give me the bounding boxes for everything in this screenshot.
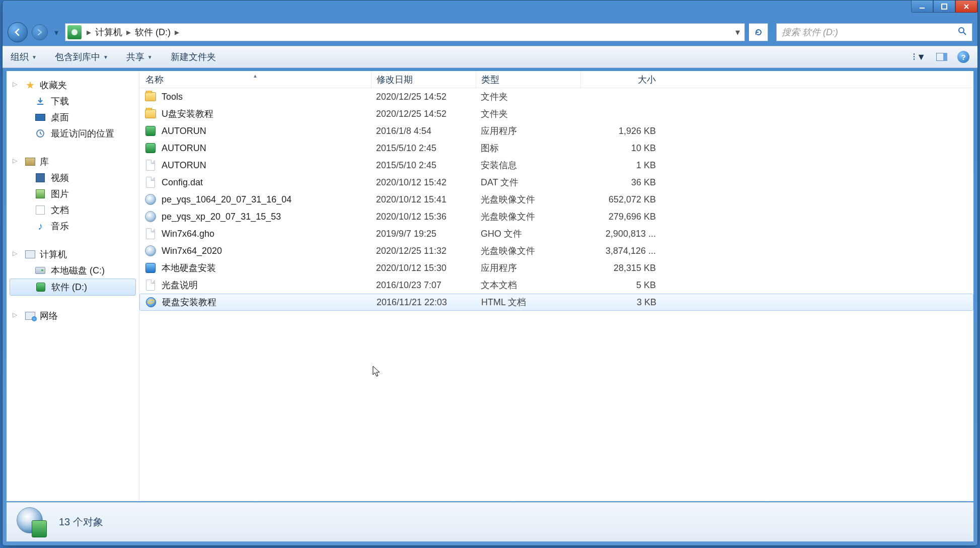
maximize-button[interactable] [933, 1, 955, 13]
titlebar[interactable] [3, 1, 977, 19]
file-type: GHO 文件 [476, 228, 580, 240]
sidebar-item-documents[interactable]: 文档 [7, 202, 139, 218]
file-row[interactable]: Config.dat2020/10/12 15:42DAT 文件36 KB [139, 174, 973, 191]
column-header-size[interactable]: 大小 [580, 71, 661, 88]
sidebar-item-music[interactable]: ♪ 音乐 [7, 218, 139, 234]
file-size: 1 KB [580, 160, 661, 171]
favorites-header[interactable]: ▷ ★ 收藏夹 [7, 77, 139, 93]
help-button[interactable]: ? [957, 51, 969, 63]
sidebar-item-drive-d[interactable]: 软件 (D:) [10, 279, 136, 296]
file-name-cell: Win7x64.gho [139, 228, 371, 240]
file-name-cell: Win7x64_2020 [139, 245, 371, 257]
collapse-icon[interactable]: ▷ [13, 311, 17, 318]
file-size: 279,696 KB [580, 212, 661, 222]
search-box[interactable]: 搜索 软件 (D:) [776, 23, 972, 41]
collapse-icon[interactable]: ▷ [13, 81, 17, 88]
file-row[interactable]: 光盘说明2016/10/23 7:07文本文档5 KB [139, 277, 973, 294]
file-type: HTML 文档 [476, 296, 581, 308]
file-type: 安装信息 [476, 159, 580, 171]
address-bar[interactable]: ▸ 计算机 ▸ 软件 (D:) ▸ ▾ [65, 23, 745, 41]
sidebar-item-label: 最近访问的位置 [51, 127, 114, 140]
file-size: 652,072 KB [580, 194, 661, 205]
file-date: 2020/10/12 15:42 [371, 177, 476, 188]
file-name: AUTORUN [162, 160, 206, 171]
preview-pane-button[interactable] [935, 50, 948, 63]
download-icon [35, 96, 46, 107]
address-dropdown-icon[interactable]: ▾ [730, 27, 744, 38]
share-menu[interactable]: 共享 ▼ [126, 51, 153, 63]
file-row[interactable]: AUTORUN2015/5/10 2:45图标10 KB [139, 140, 973, 157]
svg-rect-7 [914, 56, 915, 57]
breadcrumb-sep-icon[interactable]: ▸ [123, 27, 134, 38]
file-row[interactable]: U盘安装教程2020/12/25 14:52文件夹 [139, 105, 973, 122]
file-size: 1,926 KB [580, 126, 661, 136]
file-date: 2016/1/8 4:54 [371, 126, 476, 136]
sidebar-item-drive-c[interactable]: 本地磁盘 (C:) [7, 262, 139, 279]
file-name-cell: pe_yqs_1064_20_07_31_16_04 [139, 193, 371, 206]
file-list[interactable]: ▲ 名称 修改日期 类型 大小 Tools2020/12/25 14:52文件夹… [139, 71, 973, 501]
file-date: 2020/10/12 15:36 [371, 212, 476, 222]
disc-icon [144, 211, 157, 223]
file-row[interactable]: Win7x64_20202020/12/25 11:32光盘映像文件3,874,… [139, 242, 973, 259]
file-row[interactable]: pe_yqs_xp_20_07_31_15_532020/10/12 15:36… [139, 208, 973, 225]
file-type: 光盘映像文件 [476, 193, 580, 206]
file-row[interactable]: 硬盘安装教程2016/11/21 22:03HTML 文档3 KB [139, 294, 973, 311]
close-button[interactable] [955, 1, 977, 13]
file-date: 2020/10/12 15:41 [371, 194, 476, 205]
libraries-group: ▷ 库 视频 图片 文档 ♪ 音乐 [7, 154, 139, 234]
breadcrumb-sep-icon[interactable]: ▸ [172, 27, 182, 38]
file-type: 光盘映像文件 [476, 211, 580, 223]
file-size: 36 KB [580, 177, 661, 188]
minimize-button[interactable] [911, 1, 933, 13]
favorites-group: ▷ ★ 收藏夹 下载 桌面 最近访问的位置 [7, 77, 139, 142]
file-type: 应用程序 [476, 125, 580, 137]
computer-header[interactable]: ▷ 计算机 [7, 246, 139, 262]
refresh-button[interactable] [749, 23, 768, 41]
search-icon[interactable] [958, 27, 967, 38]
breadcrumb-drive[interactable]: 软件 (D:) [134, 26, 172, 38]
column-header-name[interactable]: ▲ 名称 [139, 74, 371, 86]
sidebar-item-label: 本地磁盘 (C:) [51, 264, 105, 277]
libraries-header[interactable]: ▷ 库 [7, 154, 139, 170]
view-mode-button[interactable]: ▼ [913, 50, 926, 63]
collapse-icon[interactable]: ▷ [13, 157, 17, 164]
collapse-icon[interactable]: ▷ [13, 250, 17, 257]
file-name-cell: AUTORUN [139, 159, 371, 171]
file-name: pe_yqs_xp_20_07_31_15_53 [162, 212, 281, 222]
column-header-date[interactable]: 修改日期 [371, 71, 476, 88]
new-folder-button[interactable]: 新建文件夹 [171, 51, 216, 63]
file-name: 光盘说明 [162, 279, 198, 291]
sidebar-item-recent[interactable]: 最近访问的位置 [7, 125, 139, 142]
include-in-library-menu[interactable]: 包含到库中 ▼ [55, 51, 108, 63]
sidebar-item-videos[interactable]: 视频 [7, 170, 139, 186]
command-bar: 组织 ▼ 包含到库中 ▼ 共享 ▼ 新建文件夹 ▼ [3, 46, 977, 68]
file-rows: Tools2020/12/25 14:52文件夹U盘安装教程2020/12/25… [139, 88, 973, 311]
file-row[interactable]: Win7x64.gho2019/9/7 19:25GHO 文件2,900,813… [139, 225, 973, 242]
app-icon [144, 125, 157, 137]
forward-button[interactable] [32, 24, 48, 40]
navigation-pane[interactable]: ▷ ★ 收藏夹 下载 桌面 最近访问的位置 [7, 71, 139, 501]
chevron-down-icon: ▼ [147, 54, 153, 60]
file-row[interactable]: Tools2020/12/25 14:52文件夹 [139, 88, 973, 105]
file-row[interactable]: 本地硬盘安装2020/10/12 15:30应用程序28,315 KB [139, 259, 973, 277]
column-header-type[interactable]: 类型 [476, 71, 580, 88]
sidebar-item-desktop[interactable]: 桌面 [7, 109, 139, 125]
network-header[interactable]: ▷ 网络 [7, 308, 139, 324]
sidebar-item-downloads[interactable]: 下载 [7, 93, 139, 109]
svg-rect-1 [942, 4, 947, 9]
file-row[interactable]: AUTORUN2016/1/8 4:54应用程序1,926 KB [139, 122, 973, 140]
breadcrumb-computer[interactable]: 计算机 [94, 26, 123, 38]
breadcrumb-sep-icon[interactable]: ▸ [84, 27, 94, 38]
recent-icon [35, 128, 46, 139]
file-row[interactable]: AUTORUN2015/5/10 2:45安装信息1 KB [139, 157, 973, 174]
svg-rect-0 [920, 8, 925, 9]
picture-icon [35, 188, 46, 199]
navigation-bar: ▾ ▸ 计算机 ▸ 软件 (D:) ▸ ▾ 搜索 软件 (D:) [3, 19, 977, 46]
back-button[interactable] [8, 22, 28, 42]
sidebar-item-pictures[interactable]: 图片 [7, 186, 139, 202]
file-row[interactable]: pe_yqs_1064_20_07_31_16_042020/10/12 15:… [139, 191, 973, 208]
organize-menu[interactable]: 组织 ▼ [11, 51, 37, 63]
star-icon: ★ [25, 80, 36, 91]
chevron-down-icon: ▼ [32, 54, 37, 60]
history-dropdown[interactable]: ▾ [52, 24, 61, 41]
